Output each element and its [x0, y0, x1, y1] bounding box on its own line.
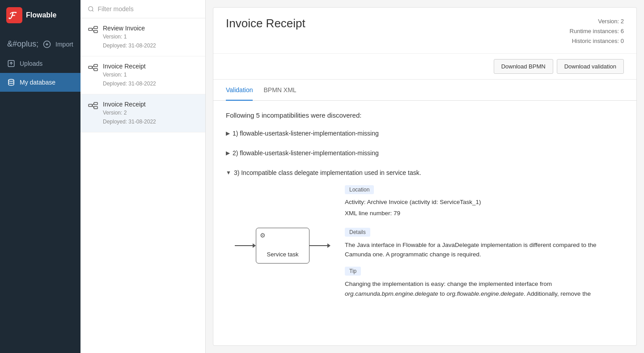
detail-meta: Version: 2 Runtime instances: 6 Historic…	[570, 17, 624, 46]
sidebar-item-uploads[interactable]: Uploads	[0, 54, 80, 73]
svg-line-24	[92, 106, 94, 108]
import-icon	[43, 40, 51, 48]
arrow-line-in	[235, 245, 253, 246]
issue-header-2[interactable]: ▶ 2) flowable-usertask-listener-implemen…	[226, 148, 624, 158]
tip-badge: Tip	[345, 267, 361, 276]
page-title: Invoice Receipt	[226, 17, 305, 30]
version-info: Version: 2	[570, 17, 624, 26]
database-icon	[7, 78, 15, 86]
detail-header: Invoice Receipt Version: 2 Runtime insta…	[213, 8, 636, 54]
model-item-name: Invoice Receipt	[103, 63, 198, 70]
details-badge: Details	[345, 228, 370, 237]
bpmn-task-label: Service task	[267, 251, 299, 258]
plus-circle-icon: &#oplus;	[7, 39, 38, 49]
model-item-info: Invoice Receipt Version: 1 Deployed: 31-…	[103, 63, 198, 88]
model-item-deployed: Deployed: 31-08-2022	[103, 80, 198, 88]
uploads-icon	[7, 60, 15, 68]
model-list: Review Invoice Version: 1 Deployed: 31-0…	[80, 18, 205, 353]
model-item-version: Version: 2	[103, 109, 198, 117]
filter-models-input[interactable]	[98, 5, 198, 13]
model-item-deployed: Deployed: 31-08-2022	[103, 118, 198, 126]
bpmn-model-icon	[88, 64, 98, 74]
bpmn-model-icon	[88, 26, 98, 36]
tab-validation[interactable]: Validation	[226, 80, 253, 101]
model-item-version: Version: 1	[103, 71, 198, 79]
location-badge: Location	[345, 185, 374, 194]
search-icon	[88, 5, 94, 13]
sidebar-item-my-database[interactable]: My database	[0, 73, 80, 92]
arrow-line-out	[309, 245, 327, 246]
svg-rect-10	[89, 28, 92, 30]
svg-rect-12	[94, 30, 97, 33]
arrow-head-out	[327, 243, 330, 248]
sidebar-item-import[interactable]: &#oplus; Import	[0, 34, 80, 54]
detail-actions: Download BPMN Download validation	[213, 54, 636, 80]
svg-point-7	[8, 79, 14, 81]
svg-line-9	[92, 10, 93, 12]
list-item[interactable]: Invoice Receipt Version: 1 Deployed: 31-…	[80, 56, 205, 94]
download-bpmn-button[interactable]: Download BPMN	[494, 59, 553, 74]
bpmn-diagram: ⚙ Service task	[235, 185, 330, 306]
tabs-bar: Validation BPMN XML	[213, 80, 636, 101]
model-list-panel: Review Invoice Version: 1 Deployed: 31-0…	[80, 0, 206, 353]
issue-item-1: ▶ 1) flowable-usertask-listener-implemen…	[226, 128, 624, 139]
issue-label-1: 1) flowable-usertask-listener-implementa…	[233, 130, 379, 137]
activity-line: Activity: Archive Invoice (activity id: …	[345, 198, 624, 207]
tab-bpmn-xml[interactable]: BPMN XML	[263, 80, 296, 101]
issue-expanded-content: ⚙ Service task Location Activity: Archiv…	[226, 185, 624, 306]
main-content: Invoice Receipt Version: 2 Runtime insta…	[206, 0, 644, 353]
issue-item-3: ▼ 3) Incompatible class delegate impleme…	[226, 167, 624, 306]
import-label: Import	[55, 41, 73, 48]
triangle-icon-1: ▶	[226, 130, 230, 136]
model-item-name: Invoice Receipt	[103, 101, 198, 108]
model-item-info: Review Invoice Version: 1 Deployed: 31-0…	[103, 25, 198, 50]
arrow-head-in	[253, 243, 256, 248]
svg-rect-11	[94, 26, 97, 29]
tip-italic-2: org.flowable.engine.delegate	[446, 290, 524, 297]
svg-rect-20	[89, 104, 92, 106]
issue-header-1[interactable]: ▶ 1) flowable-usertask-listener-implemen…	[226, 128, 624, 139]
arrow-out	[309, 243, 330, 248]
historic-instances-info: Historic instances: 0	[570, 36, 624, 46]
runtime-instances-info: Runtime instances: 6	[570, 26, 624, 36]
issue-item-2: ▶ 2) flowable-usertask-listener-implemen…	[226, 148, 624, 158]
flowable-logo: 𝓕	[6, 7, 22, 23]
model-item-deployed: Deployed: 31-08-2022	[103, 42, 198, 50]
xml-line: XML line number: 79	[345, 209, 624, 218]
tip-italic-1: org.camunda.bpm.engine.delegate	[345, 290, 438, 297]
issue-label-2: 2) flowable-usertask-listener-implementa…	[233, 149, 379, 157]
issue-detail: Location Activity: Archive Invoice (acti…	[345, 185, 624, 306]
model-item-info: Invoice Receipt Version: 2 Deployed: 31-…	[103, 101, 198, 126]
svg-point-8	[89, 7, 93, 11]
triangle-icon-2: ▶	[226, 150, 230, 156]
sidebar: 𝓕 Flowable &#oplus; Import Uploads My da…	[0, 0, 80, 353]
svg-rect-22	[94, 106, 97, 109]
triangle-icon-3: ▼	[226, 170, 231, 176]
search-bar	[80, 0, 205, 18]
model-item-name: Review Invoice	[103, 25, 198, 32]
arrow-in	[235, 243, 256, 248]
logo-text: Flowable	[26, 11, 56, 19]
svg-rect-17	[94, 68, 97, 71]
validation-content: Following 5 incompatibilities were disco…	[213, 101, 636, 345]
gear-icon: ⚙	[260, 232, 266, 239]
logo-area: 𝓕 Flowable	[0, 0, 80, 30]
issue-header-3[interactable]: ▼ 3) Incompatible class delegate impleme…	[226, 167, 624, 178]
bpmn-task-box: ⚙ Service task	[256, 228, 309, 264]
tip-body: Changing the implementation is easy: cha…	[345, 279, 624, 298]
detail-card: Invoice Receipt Version: 2 Runtime insta…	[213, 7, 637, 346]
bpmn-model-icon	[88, 102, 98, 112]
svg-line-19	[92, 68, 94, 70]
incompatibilities-summary: Following 5 incompatibilities were disco…	[226, 111, 624, 119]
svg-rect-21	[94, 102, 97, 105]
list-item[interactable]: Review Invoice Version: 1 Deployed: 31-0…	[80, 18, 205, 56]
detail-body-text: The Java interface in Flowable for a Jav…	[345, 240, 624, 259]
download-validation-button[interactable]: Download validation	[557, 59, 624, 74]
svg-rect-16	[94, 64, 97, 67]
list-item[interactable]: Invoice Receipt Version: 2 Deployed: 31-…	[80, 94, 205, 132]
nav-items: &#oplus; Import Uploads My database	[0, 30, 80, 95]
issue-label-3: 3) Incompatible class delegate implement…	[234, 169, 421, 176]
svg-rect-15	[89, 66, 92, 68]
uploads-label: Uploads	[20, 60, 42, 67]
svg-line-14	[92, 30, 94, 32]
